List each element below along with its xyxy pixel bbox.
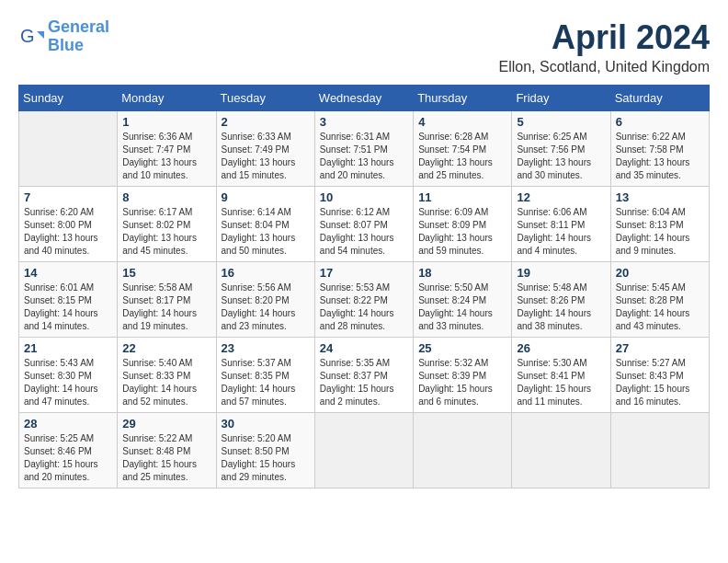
calendar-cell: 20Sunrise: 5:45 AMSunset: 8:28 PMDayligh…: [610, 262, 709, 338]
calendar-cell: [610, 413, 709, 488]
day-info: Sunrise: 6:31 AMSunset: 7:51 PMDaylight:…: [320, 131, 408, 182]
day-number: 29: [122, 417, 210, 431]
calendar-cell: 28Sunrise: 5:25 AMSunset: 8:46 PMDayligh…: [19, 413, 118, 488]
header-friday: Friday: [512, 86, 610, 111]
header-wednesday: Wednesday: [314, 86, 413, 111]
calendar-table: Sunday Monday Tuesday Wednesday Thursday…: [18, 85, 710, 488]
day-number: 17: [320, 266, 408, 280]
day-info: Sunrise: 6:17 AMSunset: 8:02 PMDaylight:…: [122, 206, 210, 258]
header-saturday: Saturday: [610, 86, 709, 111]
calendar-cell: 8Sunrise: 6:17 AMSunset: 8:02 PMDaylight…: [118, 187, 216, 262]
day-number: 22: [122, 341, 210, 355]
calendar-cell: 9Sunrise: 6:14 AMSunset: 8:04 PMDaylight…: [216, 187, 314, 262]
day-number: 18: [418, 266, 506, 280]
logo: G General Blue: [18, 18, 109, 55]
logo-icon: G: [18, 24, 44, 50]
day-info: Sunrise: 5:25 AMSunset: 8:46 PMDaylight:…: [24, 432, 112, 484]
svg-marker-1: [37, 31, 44, 39]
header-monday: Monday: [118, 86, 216, 111]
day-number: 13: [616, 190, 704, 204]
calendar-cell: 14Sunrise: 6:01 AMSunset: 8:15 PMDayligh…: [19, 262, 118, 338]
day-number: 1: [122, 115, 210, 129]
day-number: 9: [222, 190, 310, 204]
calendar-week-2: 14Sunrise: 6:01 AMSunset: 8:15 PMDayligh…: [19, 262, 710, 338]
calendar-cell: 19Sunrise: 5:48 AMSunset: 8:26 PMDayligh…: [512, 262, 610, 338]
calendar-cell: 25Sunrise: 5:32 AMSunset: 8:39 PMDayligh…: [414, 338, 512, 413]
day-info: Sunrise: 5:20 AMSunset: 8:50 PMDaylight:…: [222, 432, 310, 484]
calendar-week-0: 1Sunrise: 6:36 AMSunset: 7:47 PMDaylight…: [19, 111, 710, 187]
day-number: 26: [517, 341, 605, 355]
day-number: 14: [24, 266, 112, 280]
day-number: 27: [616, 341, 704, 355]
calendar-cell: 11Sunrise: 6:09 AMSunset: 8:09 PMDayligh…: [414, 187, 512, 262]
calendar-cell: 2Sunrise: 6:33 AMSunset: 7:49 PMDaylight…: [216, 111, 314, 187]
day-number: 3: [320, 115, 408, 129]
calendar-cell: 5Sunrise: 6:25 AMSunset: 7:56 PMDaylight…: [512, 111, 610, 187]
day-info: Sunrise: 6:01 AMSunset: 8:15 PMDaylight:…: [24, 282, 112, 333]
month-title: April 2024: [499, 18, 710, 57]
day-number: 2: [222, 115, 310, 129]
day-number: 15: [122, 266, 210, 280]
calendar-cell: 22Sunrise: 5:40 AMSunset: 8:33 PMDayligh…: [118, 338, 216, 413]
calendar-cell: 16Sunrise: 5:56 AMSunset: 8:20 PMDayligh…: [216, 262, 314, 338]
day-info: Sunrise: 6:12 AMSunset: 8:07 PMDaylight:…: [320, 206, 408, 258]
day-number: 20: [616, 266, 704, 280]
day-number: 25: [418, 341, 506, 355]
day-info: Sunrise: 5:30 AMSunset: 8:41 PMDaylight:…: [517, 357, 605, 408]
day-number: 28: [24, 417, 112, 431]
day-info: Sunrise: 5:37 AMSunset: 8:35 PMDaylight:…: [222, 357, 310, 408]
logo-blue: Blue: [48, 37, 109, 55]
day-info: Sunrise: 5:48 AMSunset: 8:26 PMDaylight:…: [517, 282, 605, 333]
day-info: Sunrise: 6:33 AMSunset: 7:49 PMDaylight:…: [222, 131, 310, 182]
calendar-cell: 12Sunrise: 6:06 AMSunset: 8:11 PMDayligh…: [512, 187, 610, 262]
calendar-cell: 26Sunrise: 5:30 AMSunset: 8:41 PMDayligh…: [512, 338, 610, 413]
day-info: Sunrise: 6:25 AMSunset: 7:56 PMDaylight:…: [517, 131, 605, 182]
calendar-cell: 7Sunrise: 6:20 AMSunset: 8:00 PMDaylight…: [19, 187, 118, 262]
calendar-cell: 23Sunrise: 5:37 AMSunset: 8:35 PMDayligh…: [216, 338, 314, 413]
calendar-cell: 30Sunrise: 5:20 AMSunset: 8:50 PMDayligh…: [216, 413, 314, 488]
calendar-cell: 15Sunrise: 5:58 AMSunset: 8:17 PMDayligh…: [118, 262, 216, 338]
day-number: 21: [24, 341, 112, 355]
page-header: G General Blue April 2024 Ellon, Scotlan…: [18, 18, 710, 75]
day-info: Sunrise: 5:56 AMSunset: 8:20 PMDaylight:…: [222, 282, 310, 333]
day-info: Sunrise: 6:28 AMSunset: 7:54 PMDaylight:…: [418, 131, 506, 182]
calendar-cell: 1Sunrise: 6:36 AMSunset: 7:47 PMDaylight…: [118, 111, 216, 187]
day-info: Sunrise: 5:50 AMSunset: 8:24 PMDaylight:…: [418, 282, 506, 333]
day-number: 7: [24, 190, 112, 204]
calendar-cell: 6Sunrise: 6:22 AMSunset: 7:58 PMDaylight…: [610, 111, 709, 187]
day-info: Sunrise: 6:36 AMSunset: 7:47 PMDaylight:…: [122, 131, 210, 182]
weekday-header-row: Sunday Monday Tuesday Wednesday Thursday…: [19, 86, 710, 111]
day-number: 8: [122, 190, 210, 204]
day-number: 24: [320, 341, 408, 355]
day-number: 4: [418, 115, 506, 129]
day-number: 19: [517, 266, 605, 280]
calendar-cell: 4Sunrise: 6:28 AMSunset: 7:54 PMDaylight…: [414, 111, 512, 187]
logo-general: General: [48, 17, 109, 36]
calendar-cell: 29Sunrise: 5:22 AMSunset: 8:48 PMDayligh…: [118, 413, 216, 488]
svg-text:G: G: [20, 26, 35, 46]
day-info: Sunrise: 5:35 AMSunset: 8:37 PMDaylight:…: [320, 357, 408, 408]
day-info: Sunrise: 5:32 AMSunset: 8:39 PMDaylight:…: [418, 357, 506, 408]
day-info: Sunrise: 6:04 AMSunset: 8:13 PMDaylight:…: [616, 206, 704, 258]
day-info: Sunrise: 5:27 AMSunset: 8:43 PMDaylight:…: [616, 357, 704, 408]
header-sunday: Sunday: [19, 86, 118, 111]
day-number: 10: [320, 190, 408, 204]
day-number: 6: [616, 115, 704, 129]
calendar-week-4: 28Sunrise: 5:25 AMSunset: 8:46 PMDayligh…: [19, 413, 710, 488]
calendar-cell: 10Sunrise: 6:12 AMSunset: 8:07 PMDayligh…: [314, 187, 413, 262]
calendar-cell: [314, 413, 413, 488]
calendar-cell: 27Sunrise: 5:27 AMSunset: 8:43 PMDayligh…: [610, 338, 709, 413]
header-thursday: Thursday: [414, 86, 512, 111]
day-info: Sunrise: 5:40 AMSunset: 8:33 PMDaylight:…: [122, 357, 210, 408]
calendar-cell: 18Sunrise: 5:50 AMSunset: 8:24 PMDayligh…: [414, 262, 512, 338]
day-info: Sunrise: 5:43 AMSunset: 8:30 PMDaylight:…: [24, 357, 112, 408]
calendar-cell: [414, 413, 512, 488]
calendar-cell: 17Sunrise: 5:53 AMSunset: 8:22 PMDayligh…: [314, 262, 413, 338]
day-number: 30: [222, 417, 310, 431]
day-info: Sunrise: 6:22 AMSunset: 7:58 PMDaylight:…: [616, 131, 704, 182]
day-info: Sunrise: 6:20 AMSunset: 8:00 PMDaylight:…: [24, 206, 112, 258]
title-area: April 2024 Ellon, Scotland, United Kingd…: [499, 18, 710, 75]
calendar-cell: 24Sunrise: 5:35 AMSunset: 8:37 PMDayligh…: [314, 338, 413, 413]
calendar-week-1: 7Sunrise: 6:20 AMSunset: 8:00 PMDaylight…: [19, 187, 710, 262]
location: Ellon, Scotland, United Kingdom: [499, 59, 710, 75]
